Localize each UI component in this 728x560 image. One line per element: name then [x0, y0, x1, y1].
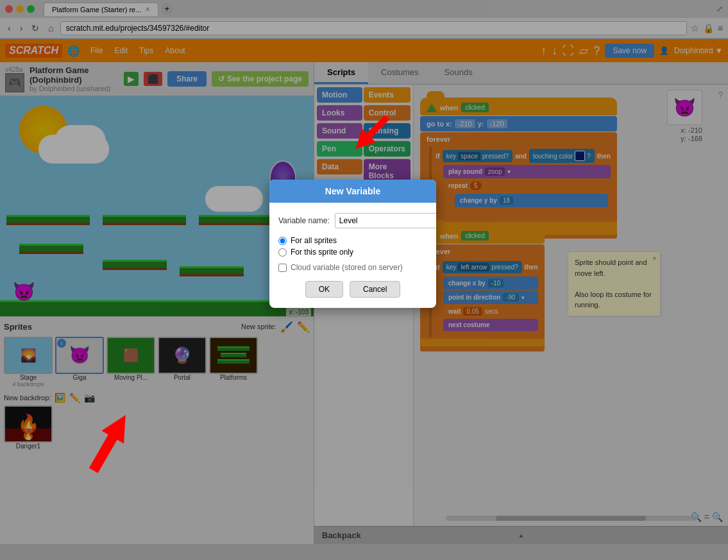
sprite-item-giga[interactable]: i 👿 Giga — [55, 337, 104, 387]
green-flag-button[interactable]: ▶ — [124, 72, 139, 86]
tab-costumes[interactable]: Costumes — [368, 62, 432, 84]
file-menu[interactable]: File — [85, 44, 108, 58]
maximize-button[interactable] — [27, 5, 35, 13]
backdrop-item-danger[interactable]: 🔥 🔥 Danger1 — [4, 405, 53, 450]
color-swatch[interactable] — [575, 151, 585, 161]
stop-button[interactable]: ⬛ — [144, 72, 162, 86]
space-dropdown[interactable]: space — [458, 152, 480, 160]
palette-sound[interactable]: Sound — [317, 123, 362, 139]
dialog-ok-button[interactable]: OK — [305, 281, 343, 298]
key-pressed-block[interactable]: key space pressed? — [443, 150, 512, 162]
save-now-button[interactable]: Save now — [605, 44, 654, 58]
play-sound-block[interactable]: play sound zoop ▾ — [443, 165, 611, 178]
comment-box[interactable]: ▼ Sprite should point and move left. Als… — [568, 251, 661, 316]
left-arrow-block[interactable]: key left arrow pressed? — [443, 261, 522, 273]
cloud-variable-checkbox[interactable] — [278, 264, 287, 272]
scrollbar-thumb[interactable] — [496, 516, 646, 521]
forever-block-1[interactable]: forever if key space — [420, 132, 617, 239]
upload-icon[interactable]: ↑ — [541, 44, 546, 58]
backpack-bar[interactable]: Backpack ▲ — [314, 526, 728, 544]
active-tab[interactable]: Platform Game (Starter) re... ✕ — [44, 3, 158, 16]
for-this-sprite-label: For this sprite only — [291, 248, 353, 257]
wait-block[interactable]: wait 0.05 secs — [443, 305, 538, 318]
then-label-1: then — [597, 153, 611, 160]
palette-pen[interactable]: Pen — [317, 141, 362, 157]
sprite-item-platforms[interactable]: Platforms — [209, 337, 258, 387]
for-this-sprite-radio[interactable]: For this sprite only — [278, 248, 427, 257]
expand-icon[interactable]: ⤢ — [716, 4, 723, 13]
backdrop-camera-icon[interactable]: 📷 — [84, 393, 95, 403]
user-menu-button[interactable]: Dolphinbird ▼ — [674, 46, 723, 55]
download-icon[interactable]: ↓ — [552, 44, 557, 58]
when-flag-clicked-block[interactable]: when clicked — [420, 98, 617, 115]
home-button[interactable]: ⌂ — [46, 22, 56, 35]
minimize-button[interactable] — [16, 5, 24, 13]
if-block-2[interactable]: if key left arrow pressed? then — [429, 259, 542, 337]
palette-left-col: Motion Looks Sound Pen Data — [317, 87, 362, 185]
change-y-block[interactable]: change y by 18 — [455, 194, 608, 207]
for-all-sprites-radio[interactable]: For all sprites — [278, 236, 427, 245]
palette-control[interactable]: Control — [364, 105, 411, 121]
sprite-item-moving-pl[interactable]: 🟫 Moving Pl... — [106, 337, 155, 387]
back-button[interactable]: ‹ — [5, 22, 13, 35]
zoom-out-icon[interactable]: 🔍 — [691, 512, 702, 522]
if-sensing-block[interactable]: if key space pressed? and — [429, 146, 614, 219]
backdrop-photo-icon[interactable]: 🖼️ — [55, 393, 65, 403]
clicked-label-1: clicked — [461, 103, 489, 112]
y-coord-display: y: -168 — [681, 135, 702, 142]
horizontal-scrollbar[interactable] — [446, 516, 696, 521]
dir-dropdown[interactable]: -90 — [503, 293, 518, 301]
change-x-block[interactable]: change x by -10 — [443, 276, 538, 290]
fullscreen-icon[interactable]: ⛶ — [563, 44, 574, 58]
reload-button[interactable]: ↻ — [29, 22, 42, 35]
palette-looks[interactable]: Looks — [317, 105, 362, 121]
palette-data[interactable]: Data — [317, 159, 362, 174]
tab-scripts[interactable]: Scripts — [314, 62, 368, 84]
paint-new-sprite-icon[interactable]: 🖌️ — [280, 321, 293, 333]
touching-color-block[interactable]: touching color ? — [529, 149, 595, 163]
menu-icon[interactable]: ≡ — [718, 23, 723, 33]
zoom-reset-icon[interactable]: = — [704, 512, 709, 522]
cloud-variable-row[interactable]: Cloud variable (stored on server) — [278, 263, 427, 272]
backdrop-paint-icon[interactable]: ✏️ — [69, 393, 80, 403]
sprite-item-portal[interactable]: 🔮 Portal — [158, 337, 207, 387]
forever-label-1: forever — [427, 135, 450, 143]
see-project-button[interactable]: ↺ See the project page — [212, 71, 309, 87]
url-input[interactable] — [60, 21, 687, 35]
zoop-dropdown[interactable]: zoop — [485, 167, 505, 176]
theater-icon[interactable]: ▱ — [579, 44, 588, 58]
when-flag-clicked-block-2[interactable]: when clicked — [420, 226, 545, 244]
palette-events[interactable]: Events — [364, 87, 411, 103]
new-tab-button[interactable]: + — [161, 3, 173, 15]
palette-motion[interactable]: Motion — [317, 87, 362, 103]
scripts-canvas[interactable]: 👿 x: -210 y: -168 ? when clicked — [414, 85, 728, 526]
for-this-sprite-radio-input[interactable] — [278, 248, 287, 257]
share-button[interactable]: Share — [167, 71, 207, 87]
close-button[interactable] — [5, 5, 13, 13]
edit-sprite-icon[interactable]: ✏️ — [297, 321, 310, 333]
forward-button[interactable]: › — [17, 22, 26, 35]
bookmark-icon[interactable]: ☆ — [691, 23, 699, 33]
next-costume-block[interactable]: next costume — [443, 319, 538, 331]
sprite-item-stage[interactable]: 🌄 Stage 4 backdrops — [4, 337, 53, 387]
palette-operators[interactable]: Operators — [364, 141, 411, 157]
about-menu[interactable]: About — [160, 44, 190, 58]
point-direction-block[interactable]: point in direction -90 ▾ — [443, 291, 538, 304]
repeat-block[interactable]: repeat 5 change y by 18 — [443, 179, 611, 212]
note-collapse-icon[interactable]: ▼ — [652, 255, 657, 264]
help-icon[interactable]: ? — [593, 44, 600, 58]
tab-close-icon[interactable]: ✕ — [145, 6, 150, 13]
edit-menu[interactable]: Edit — [109, 44, 133, 58]
dialog-cancel-button[interactable]: Cancel — [350, 281, 400, 298]
forever-block-2[interactable]: forever if key left arrow pressed? — [420, 244, 545, 352]
zoom-in-icon[interactable]: 🔍 — [712, 512, 723, 522]
tips-menu[interactable]: Tips — [134, 44, 158, 58]
palette-sensing[interactable]: Sensing — [364, 123, 411, 139]
help-question-icon[interactable]: ? — [718, 90, 723, 100]
tab-sounds[interactable]: Sounds — [432, 62, 486, 84]
left-arrow-dropdown[interactable]: left arrow — [458, 263, 489, 271]
go-to-block[interactable]: go to x: -210 y: -120 — [420, 116, 617, 132]
then-label: ? — [587, 153, 591, 160]
variable-name-input[interactable] — [335, 213, 436, 228]
for-all-sprites-radio-input[interactable] — [278, 237, 287, 245]
